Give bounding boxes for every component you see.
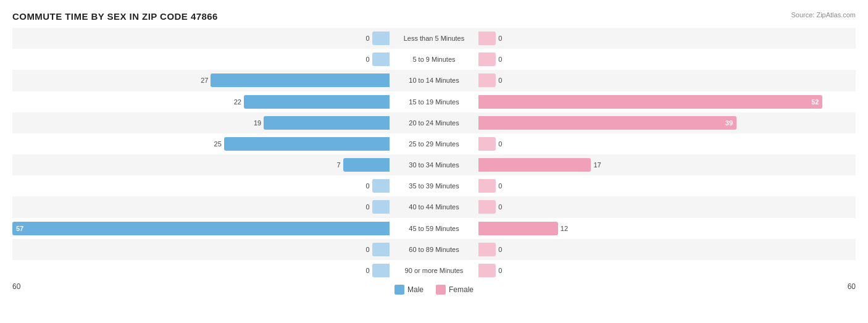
left-section: 22 xyxy=(12,91,392,112)
male-bar: 19 xyxy=(264,116,390,130)
bar-row: 57 45 to 59 Minutes 12 xyxy=(12,218,856,239)
bar-row: 0 5 to 9 Minutes 0 xyxy=(12,49,856,70)
male-bar: 0 xyxy=(372,264,390,277)
male-bar: 0 xyxy=(372,243,390,256)
right-section: 0 xyxy=(476,260,856,281)
female-value: 0 xyxy=(498,140,502,148)
left-section: 25 xyxy=(12,133,392,154)
left-section: 27 xyxy=(12,70,392,91)
female-bar: 17 xyxy=(478,158,591,172)
right-section: 39 xyxy=(476,112,856,133)
female-bar: 0 xyxy=(478,31,496,45)
female-value: 17 xyxy=(593,161,601,169)
right-section: 17 xyxy=(476,154,856,175)
female-bar: 0 xyxy=(478,264,496,277)
female-bar: 0 xyxy=(478,243,496,256)
center-label: 20 to 24 Minutes xyxy=(392,119,477,127)
male-value: 19 xyxy=(254,119,261,127)
chart-container: COMMUTE TIME BY SEX IN ZIP CODE 47866 So… xyxy=(0,0,868,323)
bar-row: 0 40 to 44 Minutes 0 xyxy=(12,196,856,217)
center-label: 40 to 44 Minutes xyxy=(392,203,477,211)
left-section: 57 xyxy=(12,218,392,239)
left-section: 0 xyxy=(12,49,392,70)
male-value: 7 xyxy=(337,161,341,169)
right-section: 0 xyxy=(476,239,856,260)
bar-row: 0 90 or more Minutes 0 xyxy=(12,260,856,281)
axis-right: 60 xyxy=(848,282,856,295)
left-section: 7 xyxy=(12,154,392,175)
right-section: 0 xyxy=(476,175,856,196)
female-value: 52 xyxy=(811,98,819,106)
male-value: 57 xyxy=(16,225,23,232)
male-bar: 25 xyxy=(224,137,390,151)
bar-row: 7 30 to 34 Minutes 17 xyxy=(12,154,856,175)
female-value: 12 xyxy=(561,225,568,232)
bar-row: 27 10 to 14 Minutes 0 xyxy=(12,70,856,91)
female-bar: 0 xyxy=(478,73,496,87)
row-inner: 0 Less than 5 Minutes 0 xyxy=(12,28,856,49)
center-label: 45 to 59 Minutes xyxy=(392,225,477,232)
right-section: 0 xyxy=(476,49,856,70)
center-label: 10 to 14 Minutes xyxy=(392,77,477,84)
male-value: 0 xyxy=(366,203,370,211)
legend-female: Female xyxy=(436,285,474,295)
female-value: 0 xyxy=(498,77,502,84)
female-bar: 0 xyxy=(478,200,496,214)
female-bar: 0 xyxy=(478,137,496,151)
male-swatch xyxy=(394,285,404,295)
bar-row: 0 60 to 89 Minutes 0 xyxy=(12,239,856,260)
female-value: 39 xyxy=(725,119,733,127)
female-bar: 12 xyxy=(478,222,558,235)
female-value: 0 xyxy=(498,56,502,63)
male-bar: 0 xyxy=(372,179,390,193)
female-bar: 52 xyxy=(478,95,822,109)
male-bar: 0 xyxy=(372,31,390,45)
bar-row: 19 20 to 24 Minutes 39 xyxy=(12,112,856,133)
row-inner: 0 60 to 89 Minutes 0 xyxy=(12,239,856,260)
right-section: 0 xyxy=(476,70,856,91)
female-label: Female xyxy=(449,285,474,294)
male-bar: 27 xyxy=(211,73,389,87)
female-bar: 0 xyxy=(478,179,496,193)
left-section: 0 xyxy=(12,175,392,196)
male-value: 0 xyxy=(366,246,370,253)
male-bar: 7 xyxy=(343,158,390,172)
chart-title: COMMUTE TIME BY SEX IN ZIP CODE 47866 xyxy=(12,11,856,22)
legend-area: Male Female xyxy=(394,285,474,295)
female-bar: 0 xyxy=(478,52,496,66)
row-inner: 25 25 to 29 Minutes 0 xyxy=(12,133,856,154)
female-value: 0 xyxy=(498,267,502,274)
left-section: 19 xyxy=(12,112,392,133)
female-swatch xyxy=(436,285,446,295)
row-inner: 57 45 to 59 Minutes 12 xyxy=(12,218,856,239)
female-bar: 39 xyxy=(478,116,737,130)
row-inner: 0 40 to 44 Minutes 0 xyxy=(12,196,856,217)
center-label: 30 to 34 Minutes xyxy=(392,161,477,169)
center-label: 25 to 29 Minutes xyxy=(392,140,477,148)
source-text: Source: ZipAtlas.com xyxy=(791,11,856,19)
left-section: 0 xyxy=(12,28,392,49)
row-inner: 0 35 to 39 Minutes 0 xyxy=(12,175,856,196)
male-label: Male xyxy=(407,285,424,294)
right-section: 0 xyxy=(476,28,856,49)
left-section: 0 xyxy=(12,239,392,260)
male-value: 22 xyxy=(234,98,241,106)
right-section: 12 xyxy=(476,218,856,239)
male-bar: 0 xyxy=(372,52,390,66)
male-bar: 22 xyxy=(244,95,390,109)
male-value: 0 xyxy=(366,35,370,42)
row-inner: 19 20 to 24 Minutes 39 xyxy=(12,112,856,133)
center-label: 5 to 9 Minutes xyxy=(392,56,477,63)
row-inner: 0 90 or more Minutes 0 xyxy=(12,260,856,281)
legend-male: Male xyxy=(394,285,424,295)
center-label: 60 to 89 Minutes xyxy=(392,246,477,253)
bars-area: 0 Less than 5 Minutes 0 0 5 to 9 Minutes… xyxy=(12,28,856,281)
left-section: 0 xyxy=(12,260,392,281)
male-value: 0 xyxy=(366,56,370,63)
right-section: 52 xyxy=(476,91,856,112)
male-value: 27 xyxy=(201,77,208,84)
center-label: 90 or more Minutes xyxy=(392,267,477,274)
male-value: 25 xyxy=(214,140,222,148)
row-inner: 0 5 to 9 Minutes 0 xyxy=(12,49,856,70)
row-inner: 27 10 to 14 Minutes 0 xyxy=(12,70,856,91)
